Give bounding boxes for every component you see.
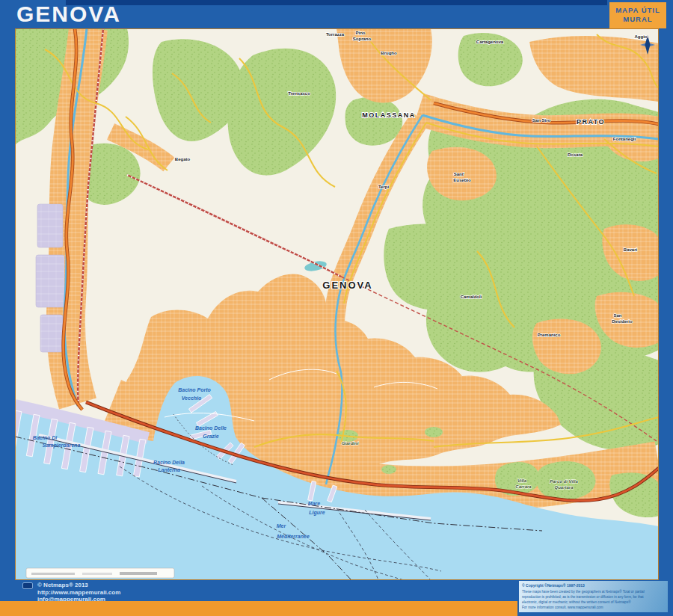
map-label-camaldoli: Camaldoli	[461, 295, 482, 299]
map-label-brugho: Brugho	[381, 51, 397, 55]
map-label-prato: PRATO	[577, 118, 605, 126]
orange-bar	[0, 601, 517, 616]
map-label-fontanegli: Fontanegli	[613, 137, 636, 141]
legal-line: reproduction is prohibited; as is the tr…	[522, 594, 665, 600]
map-label-carrara: Carrara	[515, 484, 532, 489]
legal-line: electronic, digital or mechanic; without…	[522, 600, 665, 605]
map-label-genova: GENOVA	[322, 280, 372, 291]
map-legend-strip	[26, 568, 174, 578]
map-label-premanico: Premanico	[538, 333, 561, 337]
map-label-terpi: Terpi	[378, 185, 390, 189]
map-label-desiderio: Desiderio	[612, 319, 633, 324]
map-label-aggio: Aggio	[635, 34, 648, 39]
map-label-lanterna: Lanterna	[158, 467, 180, 472]
publisher-info: © Netmaps® 2013 http://www.mappemurali.c…	[22, 582, 120, 603]
map-label-mer: Mer	[277, 523, 287, 529]
map-label-bacino-di: Bacino Di	[33, 435, 58, 440]
map-label-bacino-porto: Bacino Porto	[178, 387, 211, 392]
map-label-grazie: Grazie	[203, 434, 219, 439]
publisher-url: http://www.mappemurali.com	[37, 589, 120, 597]
badge-line1: MAPA ÚTIL	[609, 6, 666, 15]
map-label-sampierdarena: Sampierdarena	[43, 443, 81, 449]
mural-badge: MAPA ÚTIL MURAL	[609, 2, 666, 28]
map-label-eusebio: Eusebio	[453, 178, 471, 182]
legal-line: © Copyright ©Netmaps® 1997-2013	[522, 583, 665, 589]
copyright-line: © Netmaps® 2013	[37, 582, 120, 589]
map-label-soprano: Soprano	[353, 37, 372, 41]
map-label-san-siro: San Siro	[532, 118, 551, 123]
city-map-canvas[interactable]: GENOVAMOLASSANAPRATOTorrazzaPinoSopranoB…	[15, 28, 659, 580]
map-label-begato: Begato	[175, 157, 191, 161]
map-label-villa: Villa	[517, 478, 527, 483]
legal-line: These maps have been created by the geog…	[522, 589, 665, 594]
map-label-mare: Mare	[308, 501, 320, 506]
map-label-pino: Pino	[356, 31, 366, 35]
legal-line: For more information consult. www.mappem…	[522, 605, 665, 610]
map-label-torrazza: Torrazza	[326, 32, 345, 37]
map-label-rosata: Rosata	[568, 153, 583, 157]
map-label-ligure: Ligure	[309, 510, 325, 516]
map-label-vecchio: Vecchio	[182, 395, 202, 401]
map-label-bacino-della: Bacino Della	[153, 460, 185, 465]
legal-box: © Copyright ©Netmaps® 1997-2013 These ma…	[519, 581, 668, 612]
map-label-trensasco: Trensasco	[288, 91, 310, 96]
map-label-méditerranée: Méditerranée	[277, 534, 310, 539]
map-label-bacino-delle: Bacino Delle	[195, 425, 227, 431]
map-label-parco-di-villa: Parco di Villa	[550, 479, 578, 484]
map-title: GENOVA	[16, 1, 121, 27]
netmaps-logo-icon	[22, 582, 33, 589]
map-label-molassana: MOLASSANA	[362, 111, 416, 119]
top-dark-strip	[66, 0, 607, 5]
badge-line2: MURAL	[609, 15, 666, 24]
map-label-san: San	[613, 313, 621, 318]
map-label-cartagenova: Cartagenova	[476, 40, 504, 44]
map-label-bavari: Bavari	[624, 247, 638, 252]
map-svg: GENOVAMOLASSANAPRATOTorrazzaPinoSopranoB…	[15, 28, 659, 580]
map-label-sant-: Sant'	[454, 172, 465, 176]
map-label-giardini: Giardini	[342, 441, 359, 446]
map-label-quartara: Quartara	[554, 485, 574, 490]
